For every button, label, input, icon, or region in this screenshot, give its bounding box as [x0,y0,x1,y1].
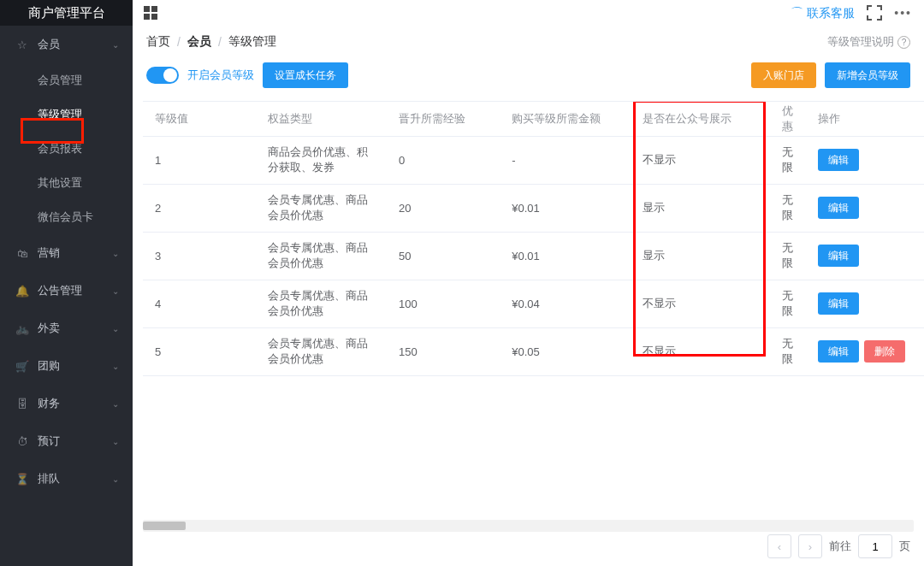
col-header: 晋升所需经验 [387,102,500,136]
set-growth-task-button[interactable]: 设置成长任务 [263,62,348,88]
sidebar-group-团购[interactable]: 🛒团购⌄ [0,347,133,385]
page-prev-button[interactable]: ‹ [767,534,791,558]
menu-icon: ⏱ [15,435,29,448]
sidebar-item-会员报表[interactable]: 会员报表 [0,132,133,166]
table-row: 4会员专属优惠、商品会员价优惠100¥0.04不显示无限编辑 [143,280,924,327]
table-cell: 会员专属优惠、商品会员价优惠 [256,232,387,280]
edit-button[interactable]: 编辑 [818,245,859,267]
sidebar: 商户管理平台 ☆会员⌄会员管理等级管理会员报表其他设置微信会员卡🛍营销⌄🔔公告管… [0,0,133,566]
menu-icon: ⏳ [15,473,29,486]
table-cell: - [500,136,631,184]
col-header: 等级值 [143,102,256,136]
sidebar-item-微信会员卡[interactable]: 微信会员卡 [0,200,133,234]
question-icon: ? [897,36,910,49]
table-cell: 无限 [770,136,806,184]
edit-button[interactable]: 编辑 [818,292,859,315]
menu-label: 公告管理 [38,283,82,298]
chevron-down-icon: ⌄ [112,324,119,333]
table-cell: 不显示 [631,136,770,184]
menu-icon: 🚲 [15,322,29,335]
ops-cell: 编辑删除 [806,327,924,375]
menu-label: 会员 [38,37,60,52]
table-cell: 100 [387,280,500,327]
table-cell: ¥0.04 [500,280,631,327]
table-cell: 会员专属优惠、商品会员价优惠 [256,280,387,327]
col-header: 优惠 [770,102,806,136]
menu-icon: 🔔 [15,285,29,298]
sidebar-group-排队[interactable]: ⏳排队⌄ [0,460,133,498]
store-entry-button[interactable]: 入账门店 [751,62,816,88]
table-cell: ¥0.01 [500,232,631,280]
sidebar-group-预订[interactable]: ⏱预订⌄ [0,422,133,460]
table-cell: 无限 [770,280,806,327]
table-cell: 20 [387,184,500,232]
table-cell: 不显示 [631,280,770,327]
sidebar-item-会员管理[interactable]: 会员管理 [0,63,133,97]
sidebar-group-财务[interactable]: 🗄财务⌄ [0,385,133,422]
sidebar-group-公告管理[interactable]: 🔔公告管理⌄ [0,272,133,310]
table-cell: 无限 [770,184,806,232]
table-row: 3会员专属优惠、商品会员价优惠50¥0.01显示无限编辑 [143,232,924,280]
chevron-down-icon: ⌄ [112,249,119,258]
breadcrumb-home[interactable]: 首页 [146,34,170,50]
horizontal-scrollbar[interactable] [143,520,914,532]
sidebar-item-其他设置[interactable]: 其他设置 [0,166,133,200]
add-level-button[interactable]: 新增会员等级 [825,62,910,88]
table-cell: 显示 [631,184,770,232]
ops-cell: 编辑 [806,232,924,280]
sidebar-group-会员[interactable]: ☆会员⌄ [0,26,133,63]
page-next-button[interactable]: › [798,534,822,558]
table-row: 5会员专属优惠、商品会员价优惠150¥0.05不显示无限编辑删除 [143,327,924,375]
table-cell: 3 [143,232,256,280]
menu-label: 排队 [38,471,60,486]
sidebar-group-营销[interactable]: 🛍营销⌄ [0,234,133,272]
menu-icon: ☆ [15,38,29,51]
table-cell: 150 [387,327,500,375]
levels-table-wrap: 等级值权益类型晋升所需经验购买等级所需金额是否在公众号展示优惠操作 1商品会员价… [143,101,924,523]
apps-icon[interactable] [144,6,157,20]
chevron-down-icon: ⌄ [112,437,119,446]
chevron-down-icon: ⌄ [112,399,119,409]
table-cell: 50 [387,232,500,280]
table-cell: 商品会员价优惠、积分获取、发券 [256,136,387,184]
menu-label: 营销 [38,245,60,261]
help-note[interactable]: 等级管理说明? [827,34,910,50]
edit-button[interactable]: 编辑 [818,149,859,171]
chevron-down-icon: ⌄ [112,40,119,50]
breadcrumb-level1[interactable]: 会员 [187,34,211,50]
edit-button[interactable]: 编辑 [818,197,859,219]
table-row: 1商品会员价优惠、积分获取、发券0-不显示无限编辑 [143,136,924,184]
main-panel: 首页 / 会员 / 等级管理 等级管理说明? 开启会员等级 设置成长任务 入账门… [133,26,924,566]
table-row: 2会员专属优惠、商品会员价优惠20¥0.01显示无限编辑 [143,184,924,232]
ops-cell: 编辑 [806,136,924,184]
more-icon[interactable]: ••• [894,6,912,20]
fullscreen-icon[interactable] [867,5,882,21]
switch-label: 开启会员等级 [187,68,254,83]
page-input[interactable] [858,534,892,558]
levels-table: 等级值权益类型晋升所需经验购买等级所需金额是否在公众号展示优惠操作 1商品会员价… [143,102,924,376]
table-cell: 无限 [770,327,806,375]
menu-icon: 🛍 [15,247,29,260]
goto-label: 前往 [829,539,851,554]
chevron-down-icon: ⌄ [112,362,119,371]
col-header: 操作 [806,102,924,136]
table-cell: 显示 [631,232,770,280]
toolbar: 开启会员等级 设置成长任务 入账门店 新增会员等级 [133,58,924,92]
chevron-down-icon: ⌄ [112,475,119,484]
delete-button[interactable]: 删除 [864,340,905,363]
sidebar-item-等级管理[interactable]: 等级管理 [0,97,133,132]
enable-levels-switch[interactable] [146,67,179,84]
ops-cell: 编辑 [806,184,924,232]
sidebar-group-外卖[interactable]: 🚲外卖⌄ [0,310,133,347]
table-cell: 会员专属优惠、商品会员价优惠 [256,184,387,232]
edit-button[interactable]: 编辑 [818,340,859,363]
chevron-down-icon: ⌄ [112,286,119,296]
col-header: 购买等级所需金额 [500,102,631,136]
breadcrumb: 首页 / 会员 / 等级管理 等级管理说明? [133,26,924,58]
menu-label: 团购 [38,358,60,374]
table-cell: 5 [143,327,256,375]
col-header: 是否在公众号展示 [631,102,770,136]
table-cell: 不显示 [631,327,770,375]
ops-cell: 编辑 [806,280,924,327]
contact-support-link[interactable]: ⌒ 联系客服 [791,5,855,21]
